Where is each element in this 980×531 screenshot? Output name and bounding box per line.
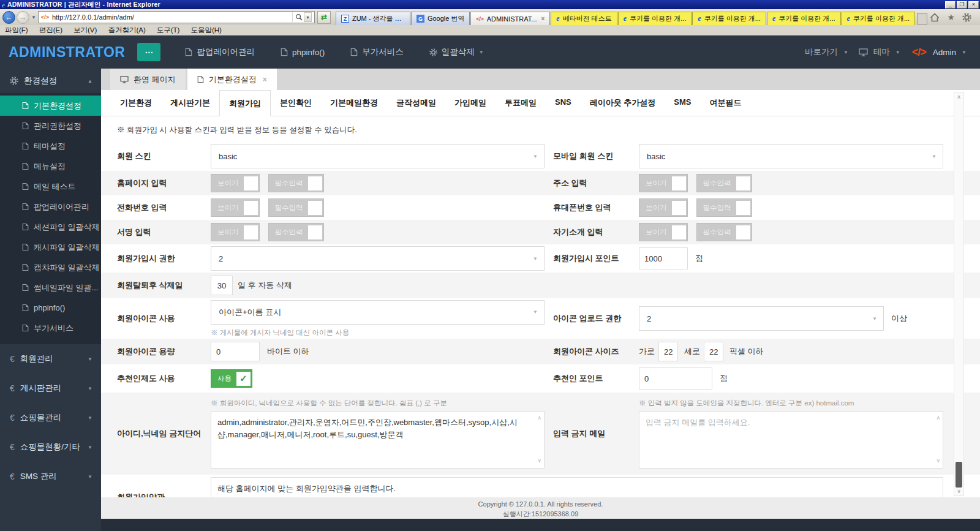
browser-tab[interactable]: e 쿠키를 이용한 개... xyxy=(618,12,692,25)
icon-height-input[interactable] xyxy=(704,342,723,361)
member-skin-select[interactable]: basic ▼ xyxy=(211,144,545,168)
restore-button[interactable]: ❐ xyxy=(957,1,967,9)
minimize-button[interactable]: _ xyxy=(945,1,956,9)
menu-edit[interactable]: 편집(E) xyxy=(39,26,62,35)
browser-tab[interactable]: Z ZUM - 생각을 읽... xyxy=(336,12,410,25)
workspace-tab-welcome[interactable]: 환영 페이지 xyxy=(110,69,186,90)
signature-show-toggle[interactable]: 보이기 xyxy=(211,223,260,241)
scroll-down-icon[interactable]: ∨ xyxy=(936,458,940,464)
sidebar-item-menu[interactable]: 메뉴설정 xyxy=(0,156,101,176)
scrollbar-thumb[interactable] xyxy=(956,462,962,488)
sidebar-section-members[interactable]: € 회원관리 ▼ xyxy=(0,344,101,374)
admin-account-menu[interactable]: Admin xyxy=(933,48,956,57)
subtab-vote-mail[interactable]: 투표메일 xyxy=(496,90,546,116)
sidebar-item-captcha-delete[interactable]: 캡챠파일 일괄삭제 xyxy=(0,257,101,277)
banned-mail-textarea[interactable] xyxy=(639,411,943,469)
content-scrollbar[interactable]: ∧ ∨ xyxy=(954,92,964,496)
browser-tab[interactable]: e 쿠키를 이용한 개... xyxy=(692,12,766,25)
sidebar-item-theme[interactable]: 테마설정 xyxy=(0,136,101,156)
join-point-input[interactable] xyxy=(639,247,688,269)
header-menu-bulk-delete[interactable]: 일괄삭제 ▼ xyxy=(429,47,484,58)
url-text[interactable]: http://127.0.0.1/admin/adm/ xyxy=(52,13,289,21)
browser-tab[interactable]: e 쿠키를 이용한 개... xyxy=(767,12,841,25)
phone-show-toggle[interactable]: 보이기 xyxy=(211,198,260,217)
sidebar-item-phpinfo[interactable]: phpinfo() xyxy=(0,298,101,318)
address-dropdown-icon[interactable]: ▼ xyxy=(304,12,312,22)
forward-button[interactable]: → xyxy=(17,11,29,24)
recommend-point-input[interactable] xyxy=(639,367,712,390)
subtab-layout-extra[interactable]: 레이아웃 추가설정 xyxy=(581,90,665,116)
recent-pages-caret-icon[interactable]: ▼ xyxy=(31,15,36,20)
sidebar-item-popup-layer[interactable]: 팝업레이어관리 xyxy=(0,197,101,217)
sidebar-section-boards[interactable]: € 게시판관리 ▼ xyxy=(0,374,101,403)
scroll-up-icon[interactable]: ∧ xyxy=(954,94,963,100)
theme-menu[interactable]: 테마 xyxy=(873,47,890,58)
subtab-join[interactable]: 회원가입 xyxy=(219,90,271,116)
header-menu-popup-layer[interactable]: 팝업레이어관리 xyxy=(185,47,255,58)
sidebar-item-admin-permission[interactable]: 관리권한설정 xyxy=(0,116,101,136)
menu-view[interactable]: 보기(V) xyxy=(74,26,97,35)
sidebar-section-config[interactable]: 환경설정 ▲ xyxy=(0,69,101,93)
refresh-button[interactable]: ⇄ xyxy=(317,11,331,24)
mobile-phone-show-toggle[interactable]: 보이기 xyxy=(639,198,688,217)
sidebar-section-sms[interactable]: € SMS 관리 ▼ xyxy=(0,462,101,491)
icon-bytes-input[interactable] xyxy=(211,342,260,361)
banned-words-textarea[interactable]: admin,administrator,관리자,운영자,어드민,주인장,webm… xyxy=(211,411,545,469)
signature-required-toggle[interactable]: 필수입력 xyxy=(268,223,324,241)
address-required-toggle[interactable]: 필수입력 xyxy=(696,174,752,192)
close-button[interactable]: × xyxy=(968,1,979,9)
browser-tab[interactable]: e 베타버전 테스트 xyxy=(551,12,617,25)
browser-tab-active[interactable]: </> ADMINISTRAT... × xyxy=(470,12,550,25)
subtab-write-mail[interactable]: 글작성메일 xyxy=(387,90,445,116)
address-bar[interactable]: </> http://127.0.0.1/admin/adm/ ▼ xyxy=(38,11,315,23)
leave-delete-days-input[interactable] xyxy=(211,276,233,295)
mobile-phone-required-toggle[interactable]: 필수입력 xyxy=(696,198,752,217)
scroll-up-icon[interactable]: ∧ xyxy=(537,415,541,421)
mobile-member-skin-select[interactable]: basic ▼ xyxy=(639,144,943,168)
homepage-required-toggle[interactable]: 필수입력 xyxy=(268,174,324,192)
subtab-extra-field[interactable]: 여분필드 xyxy=(701,90,751,116)
subtab-identity[interactable]: 본인확인 xyxy=(271,90,321,116)
join-level-select[interactable]: 2 ▼ xyxy=(211,246,545,271)
scroll-down-icon[interactable]: ∨ xyxy=(537,458,541,464)
sidebar-item-thumbnail-delete[interactable]: 썸네일파일 일괄... xyxy=(0,277,101,298)
settings-gear-icon[interactable] xyxy=(962,13,971,22)
icon-width-input[interactable] xyxy=(658,342,678,361)
quick-link-menu[interactable]: 바로가기 xyxy=(805,47,838,58)
subtab-join-mail[interactable]: 가입메일 xyxy=(445,90,496,116)
menu-favorites[interactable]: 즐겨찾기(A) xyxy=(108,26,145,35)
browser-tab[interactable]: e 쿠키를 이용한 개... xyxy=(842,12,916,25)
icon-upload-level-select[interactable]: 2 ▼ xyxy=(639,306,884,331)
scroll-up-icon[interactable]: ∧ xyxy=(936,415,940,421)
subtab-sms[interactable]: SMS xyxy=(665,90,700,116)
subtab-board-basic[interactable]: 게시판기본 xyxy=(161,90,219,116)
workspace-tab-basic-config[interactable]: 기본환경설정 × xyxy=(187,69,277,90)
address-show-toggle[interactable]: 보이기 xyxy=(639,174,688,192)
sidebar-item-addon-service[interactable]: 부가서비스 xyxy=(0,318,101,338)
sidebar-item-session-delete[interactable]: 세션파일 일괄삭제 xyxy=(0,217,101,237)
member-icon-use-select[interactable]: 아이콘+이름 표시 ▼ xyxy=(211,300,545,325)
recommend-use-toggle[interactable]: 사용 ✓ xyxy=(211,369,252,388)
favorites-star-icon[interactable]: ★ xyxy=(947,12,955,22)
terms-textarea[interactable]: 해당 홈페이지에 맞는 회원가입약관을 입력합니다. xyxy=(211,477,943,497)
header-menu-phpinfo[interactable]: phpinfo() xyxy=(281,48,325,57)
scroll-down-icon[interactable]: ∨ xyxy=(954,488,963,494)
sidebar-section-shop[interactable]: € 쇼핑몰관리 ▼ xyxy=(0,403,101,432)
back-button[interactable]: ← xyxy=(2,11,15,24)
menu-tools[interactable]: 도구(T) xyxy=(157,26,180,35)
sidebar-section-shop-status[interactable]: € 쇼핑몰현황/기타 ▼ xyxy=(0,432,101,462)
sidebar-item-mail-test[interactable]: 메일 테스트 xyxy=(0,176,101,197)
admin-logo[interactable]: ADMINSTRATOR xyxy=(9,44,125,61)
profile-required-toggle[interactable]: 필수입력 xyxy=(696,223,752,241)
subtab-basic[interactable]: 기본환경 xyxy=(111,90,161,116)
tab-close-icon[interactable]: × xyxy=(263,75,267,84)
profile-show-toggle[interactable]: 보이기 xyxy=(639,223,688,241)
search-icon[interactable] xyxy=(295,13,303,21)
sidebar-item-basic-config[interactable]: 기본환경설정 xyxy=(0,96,101,116)
phone-required-toggle[interactable]: 필수입력 xyxy=(268,198,324,217)
subtab-mail-env[interactable]: 기본메일환경 xyxy=(321,90,387,116)
new-tab-button[interactable] xyxy=(917,13,927,24)
subtab-sns[interactable]: SNS xyxy=(546,90,581,116)
menu-help[interactable]: 도움말(H) xyxy=(190,26,221,35)
header-menu-addon-service[interactable]: 부가서비스 xyxy=(350,47,404,58)
